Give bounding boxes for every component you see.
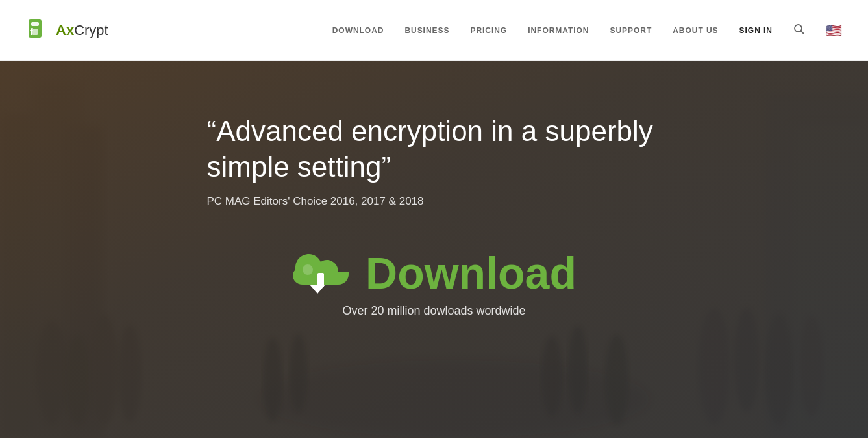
- download-label: Download: [366, 251, 577, 295]
- hero-quote: “Advanced encryption in a superbly simpl…: [207, 113, 662, 185]
- logo[interactable]: f AxCrypt: [26, 18, 108, 43]
- svg-text:f: f: [30, 27, 33, 37]
- download-area[interactable]: Download Over 20 million dowloads wordwi…: [291, 247, 577, 318]
- nav-about-us[interactable]: ABOUT US: [673, 26, 718, 35]
- nav-business[interactable]: BUSINESS: [404, 26, 449, 35]
- hero-section: “Advanced encryption in a superbly simpl…: [0, 61, 868, 438]
- svg-rect-1: [31, 22, 39, 26]
- hero-subtext: PC MAG Editors' Choice 2016, 2017 & 2018: [207, 195, 662, 208]
- logo-text: AxCrypt: [56, 22, 108, 39]
- svg-rect-2: [32, 29, 38, 35]
- hero-content: “Advanced encryption in a superbly simpl…: [175, 61, 694, 318]
- svg-line-5: [801, 31, 804, 34]
- cloud-download-icon: [291, 247, 350, 299]
- nav-support[interactable]: SUPPORT: [610, 26, 652, 35]
- language-flag-icon[interactable]: 🇺🇸: [826, 23, 842, 38]
- download-sub: Over 20 million dowloads wordwide: [342, 304, 525, 318]
- nav-download[interactable]: DOWNLOAD: [332, 26, 384, 35]
- download-row: Download: [291, 247, 577, 299]
- nav-information[interactable]: INFORMATION: [528, 26, 589, 35]
- svg-point-31: [303, 264, 313, 275]
- site-header: f AxCrypt DOWNLOAD BUSINESS PRICING INFO…: [0, 0, 868, 61]
- logo-icon: f: [26, 18, 51, 43]
- main-nav: DOWNLOAD BUSINESS PRICING INFORMATION SU…: [332, 23, 842, 38]
- nav-pricing[interactable]: PRICING: [470, 26, 507, 35]
- svg-marker-30: [310, 285, 325, 294]
- search-icon[interactable]: [793, 23, 805, 38]
- nav-sign-in[interactable]: SIGN IN: [739, 26, 773, 35]
